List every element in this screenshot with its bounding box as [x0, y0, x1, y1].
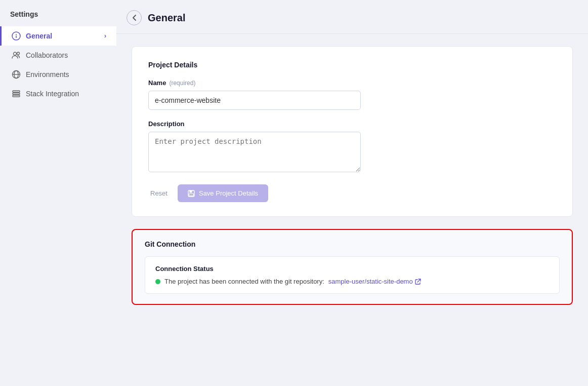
svg-rect-12	[189, 190, 192, 193]
svg-point-4	[17, 52, 20, 55]
repo-link[interactable]: sample-user/static-site-demo	[328, 278, 421, 285]
page-title: General	[148, 12, 185, 24]
environments-icon	[12, 70, 21, 79]
svg-rect-9	[13, 93, 20, 95]
content-area: Project Details Name (required) Descript…	[116, 34, 588, 317]
sidebar-title: Settings	[0, 10, 116, 26]
svg-rect-13	[189, 194, 193, 196]
project-details-title: Project Details	[148, 61, 556, 69]
sidebar-general-label: General	[26, 32, 99, 40]
stack-integration-icon	[12, 89, 21, 98]
status-message: The project has been connected with the …	[164, 278, 324, 285]
page-header: General	[116, 0, 588, 34]
sidebar-item-general[interactable]: General ›	[0, 26, 116, 46]
description-textarea[interactable]	[148, 132, 361, 172]
reset-button[interactable]: Reset	[148, 185, 170, 201]
connection-status-card: Connection Status The project has been c…	[145, 256, 560, 294]
name-required: (required)	[169, 80, 195, 87]
git-connection-card: Git Connection Connection Status The pro…	[132, 229, 573, 305]
project-details-card: Project Details Name (required) Descript…	[132, 46, 573, 217]
main-content: General Project Details Name (required) …	[116, 0, 588, 386]
chevron-right-icon: ›	[104, 32, 106, 40]
svg-rect-2	[16, 35, 17, 38]
repo-name: sample-user/static-site-demo	[328, 278, 413, 285]
save-button[interactable]: Save Project Details	[178, 184, 268, 202]
sidebar-stack-integration-label: Stack Integration	[26, 90, 106, 98]
collaborators-icon	[12, 51, 21, 60]
git-connection-title: Git Connection	[145, 240, 560, 248]
svg-rect-10	[13, 95, 20, 97]
sidebar-item-collaborators[interactable]: Collaborators	[0, 46, 116, 65]
sidebar-item-stack-integration[interactable]: Stack Integration	[0, 84, 116, 103]
connection-status-title: Connection Status	[155, 265, 549, 273]
name-label: Name (required)	[148, 79, 556, 87]
description-label: Description	[148, 120, 556, 128]
green-dot-icon	[155, 279, 160, 284]
form-actions: Reset Save Project Details	[148, 184, 556, 202]
description-form-group: Description	[148, 120, 556, 174]
connection-status-row: The project has been connected with the …	[155, 278, 549, 285]
sidebar-item-environments[interactable]: Environments	[0, 65, 116, 84]
external-link-icon	[415, 279, 421, 285]
save-icon	[188, 190, 195, 197]
svg-point-3	[14, 52, 17, 55]
svg-point-1	[16, 34, 17, 35]
name-form-group: Name (required)	[148, 79, 556, 110]
sidebar-collaborators-label: Collaborators	[26, 51, 106, 59]
sidebar: Settings General › Collaborators	[0, 0, 116, 386]
sidebar-environments-label: Environments	[26, 70, 106, 79]
info-icon	[12, 31, 21, 41]
back-button[interactable]	[127, 10, 142, 25]
name-input[interactable]	[148, 91, 361, 110]
svg-rect-8	[13, 91, 20, 92]
